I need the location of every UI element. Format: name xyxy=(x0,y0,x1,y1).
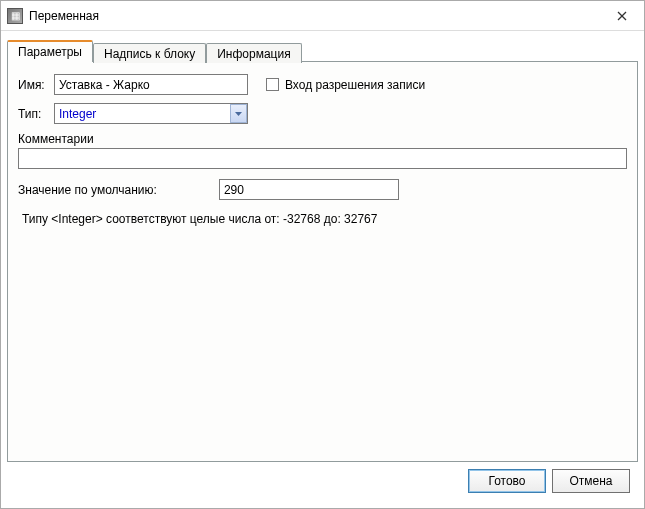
tab-bar: Параметры Надпись к блоку Информация xyxy=(7,37,638,61)
name-row: Имя: Вход разрешения записи xyxy=(18,74,627,95)
write-enable-checkbox[interactable] xyxy=(266,78,279,91)
write-enable-label: Вход разрешения записи xyxy=(285,78,425,92)
comment-label: Комментарии xyxy=(18,132,627,146)
titlebar: ▦ Переменная xyxy=(1,1,644,31)
default-label: Значение по умолчанию: xyxy=(18,183,157,197)
dialog-footer: Готово Отмена xyxy=(7,462,638,502)
cancel-button[interactable]: Отмена xyxy=(552,469,630,493)
comment-input[interactable] xyxy=(18,148,627,169)
ok-button[interactable]: Готово xyxy=(468,469,546,493)
name-input[interactable] xyxy=(54,74,248,95)
dialog-window: ▦ Переменная Параметры Надпись к блоку И… xyxy=(0,0,645,509)
type-range-hint: Типу <Integer> соответствуют целые числа… xyxy=(18,212,627,226)
close-button[interactable] xyxy=(599,1,644,30)
tab-panel-parameters: Имя: Вход разрешения записи Тип: xyxy=(7,61,638,462)
svg-marker-2 xyxy=(235,112,242,116)
app-icon: ▦ xyxy=(7,8,23,24)
write-enable-wrap: Вход разрешения записи xyxy=(266,78,425,92)
tab-parameters[interactable]: Параметры xyxy=(7,40,93,62)
close-icon xyxy=(617,11,627,21)
type-input[interactable] xyxy=(54,103,248,124)
type-combo[interactable] xyxy=(54,103,248,124)
type-dropdown-button[interactable] xyxy=(230,104,247,123)
type-row: Тип: xyxy=(18,103,627,124)
type-label: Тип: xyxy=(18,107,54,121)
name-label: Имя: xyxy=(18,78,54,92)
tab-information[interactable]: Информация xyxy=(206,43,301,63)
window-title: Переменная xyxy=(29,9,99,23)
chevron-down-icon xyxy=(235,112,242,116)
default-value-input[interactable] xyxy=(219,179,399,200)
client-area: Параметры Надпись к блоку Информация Имя… xyxy=(1,31,644,508)
default-row: Значение по умолчанию: xyxy=(18,179,627,200)
tab-block-label[interactable]: Надпись к блоку xyxy=(93,43,206,63)
